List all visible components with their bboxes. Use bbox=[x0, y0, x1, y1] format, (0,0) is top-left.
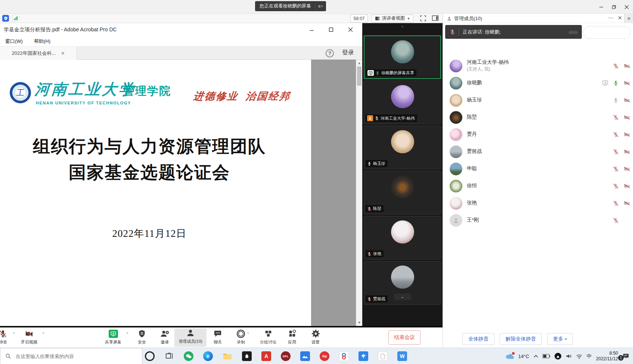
acrobat-minimize-button[interactable] bbox=[302, 23, 321, 36]
camera-muted-icon[interactable] bbox=[624, 149, 630, 155]
camera-muted-icon[interactable] bbox=[624, 183, 630, 189]
hamburger-menu-icon[interactable]: ≡ bbox=[624, 14, 633, 23]
colorful-app-icon[interactable] bbox=[339, 351, 349, 361]
acrobat-close-button[interactable] bbox=[341, 23, 360, 36]
menu-help[interactable]: 帮助(H) bbox=[34, 38, 50, 45]
wps-app-icon[interactable]: W bbox=[397, 351, 407, 361]
camera-muted-icon[interactable] bbox=[624, 63, 630, 69]
record-options-chevron-icon[interactable]: ⌃ bbox=[246, 332, 249, 336]
mic-icon[interactable] bbox=[613, 97, 619, 103]
qq-icon[interactable] bbox=[555, 353, 561, 360]
participant-row[interactable]: 贾留战 bbox=[443, 143, 633, 160]
network-icon[interactable] bbox=[576, 354, 582, 359]
end-meeting-button[interactable]: 结束会议 bbox=[388, 330, 421, 345]
participant-row[interactable]: 徐晓鹏 bbox=[443, 75, 633, 92]
shield-plus-icon[interactable] bbox=[2, 15, 9, 22]
taskbar-search-input[interactable] bbox=[15, 353, 134, 360]
tab-close-icon[interactable]: ✕ bbox=[61, 51, 65, 56]
mic-live-icon[interactable] bbox=[613, 80, 619, 86]
mic-muted-icon[interactable] bbox=[613, 63, 619, 69]
window-close-button[interactable] bbox=[620, 0, 633, 14]
camera-muted-icon[interactable] bbox=[624, 132, 630, 138]
scroll-down-icon[interactable]: ▼ bbox=[356, 320, 362, 326]
record-button[interactable]: 录制 bbox=[228, 329, 254, 345]
filmstrip-up-chevron-icon[interactable]: ⌃ bbox=[362, 25, 443, 30]
apps-button[interactable]: 应用 bbox=[279, 329, 305, 345]
edge-icon[interactable]: e bbox=[203, 351, 213, 361]
ilip-app-icon[interactable]: ılıp bbox=[320, 351, 329, 361]
task-view-icon[interactable] bbox=[164, 351, 174, 361]
breakout-rooms-button[interactable]: 分组讨论 bbox=[255, 329, 281, 345]
more-button[interactable]: 更多▾ bbox=[547, 333, 573, 345]
document-app-icon[interactable] bbox=[378, 351, 388, 361]
participant-row[interactable]: 贾丹 bbox=[443, 126, 633, 143]
acrobat-maximize-button[interactable] bbox=[321, 23, 341, 36]
participant-search-input[interactable] bbox=[583, 26, 631, 39]
participant-row[interactable]: 河南工业大学-杨祎 (主持人, 我) bbox=[443, 57, 633, 75]
taskbar-clock[interactable]: 8:50 2022/11/12 bbox=[596, 351, 618, 362]
mic-muted-icon[interactable] bbox=[613, 200, 619, 206]
mic-muted-icon[interactable] bbox=[613, 217, 619, 223]
ime-indicator[interactable]: 中 bbox=[587, 353, 592, 360]
menu-window[interactable]: 窗口(W) bbox=[5, 38, 23, 45]
mic-muted-icon[interactable] bbox=[613, 132, 619, 138]
dark-app-icon[interactable] bbox=[242, 351, 252, 361]
mute-button[interactable]: 静音 bbox=[0, 329, 16, 345]
participant-row[interactable]: 陈堃 bbox=[443, 109, 633, 126]
side-panel-toggle-icon[interactable] bbox=[432, 15, 439, 21]
mic-muted-icon[interactable] bbox=[613, 183, 619, 189]
browser-icon[interactable] bbox=[145, 351, 155, 361]
participant-row[interactable]: 申聪 bbox=[443, 160, 633, 178]
taskbar-search[interactable] bbox=[0, 348, 142, 364]
wechat-icon[interactable] bbox=[184, 351, 193, 361]
red-app-icon[interactable]: A bbox=[261, 351, 271, 361]
battery-icon[interactable] bbox=[543, 354, 550, 358]
chat-button[interactable]: 聊天 bbox=[205, 329, 231, 345]
pdf-scrollbar[interactable]: ▲ ▼ bbox=[356, 60, 362, 326]
fullscreen-icon[interactable] bbox=[420, 15, 426, 22]
document-tab[interactable]: 2022年国家社会科... ✕ bbox=[0, 47, 77, 60]
start-video-button[interactable]: 开启视频 bbox=[16, 329, 42, 345]
file-explorer-icon[interactable] bbox=[223, 351, 232, 361]
notification-center-icon[interactable]: 1 bbox=[623, 353, 629, 359]
temperature[interactable]: 14°C bbox=[518, 354, 529, 359]
speaker-icon[interactable] bbox=[566, 354, 572, 359]
manage-members-button[interactable]: 管理成员(10) bbox=[174, 328, 207, 347]
participant-row[interactable]: 徐恒 bbox=[443, 178, 633, 195]
video-tile[interactable]: 杨玉珍 bbox=[364, 126, 441, 169]
unmute-all-button[interactable]: 解除全体静音 bbox=[500, 333, 542, 345]
video-tile[interactable]: 陈堃 bbox=[364, 171, 441, 214]
camera-muted-icon[interactable] bbox=[624, 97, 630, 103]
share-screen-button[interactable]: 共享屏幕 bbox=[100, 329, 126, 345]
camera-muted-icon[interactable] bbox=[624, 166, 630, 172]
panel-more-icon[interactable]: ⋯ bbox=[608, 15, 614, 21]
video-tile[interactable]: 贾留战 ⌄ bbox=[364, 261, 441, 305]
weather-icon[interactable] bbox=[506, 353, 514, 359]
network-signal-icon[interactable] bbox=[12, 15, 19, 22]
participant-row[interactable]: 王*刚 bbox=[443, 212, 633, 229]
watching-overlay[interactable]: 您正在观看徐晓鹏的屏幕 ≡▾ bbox=[255, 1, 326, 11]
scrollbar-thumb[interactable] bbox=[357, 66, 362, 86]
camera-muted-icon[interactable] bbox=[624, 114, 630, 120]
participant-row[interactable]: 杨玉珍 bbox=[443, 92, 633, 109]
epl-app-icon[interactable]: EPL bbox=[281, 351, 291, 361]
gallery-app-icon[interactable] bbox=[300, 351, 310, 361]
view-mode-button[interactable]: 演讲者视图 ▼ bbox=[372, 15, 413, 22]
security-button[interactable]: 安全 bbox=[129, 329, 155, 345]
video-options-chevron-icon[interactable]: ⌃ bbox=[42, 332, 45, 336]
camera-muted-icon[interactable] bbox=[624, 200, 630, 206]
login-button[interactable]: 登录 bbox=[342, 49, 354, 57]
help-icon[interactable]: ? bbox=[326, 49, 334, 57]
window-restore-button[interactable] bbox=[608, 0, 620, 14]
tray-expand-chevron-icon[interactable] bbox=[534, 355, 538, 358]
mic-muted-icon[interactable] bbox=[613, 149, 619, 155]
mute-options-chevron-icon[interactable]: ⌃ bbox=[12, 332, 15, 336]
mute-all-button[interactable]: 全体静音 bbox=[462, 333, 494, 345]
mic-muted-icon[interactable] bbox=[613, 114, 619, 120]
participant-row[interactable]: 张艳 bbox=[443, 195, 633, 212]
tim-app-icon[interactable] bbox=[359, 351, 368, 361]
video-tile[interactable]: 张艳 bbox=[364, 216, 441, 260]
panel-close-icon[interactable]: ✕ bbox=[618, 15, 622, 21]
settings-button[interactable]: 设置 bbox=[302, 329, 329, 345]
invite-button[interactable]: 邀请 bbox=[152, 329, 178, 345]
